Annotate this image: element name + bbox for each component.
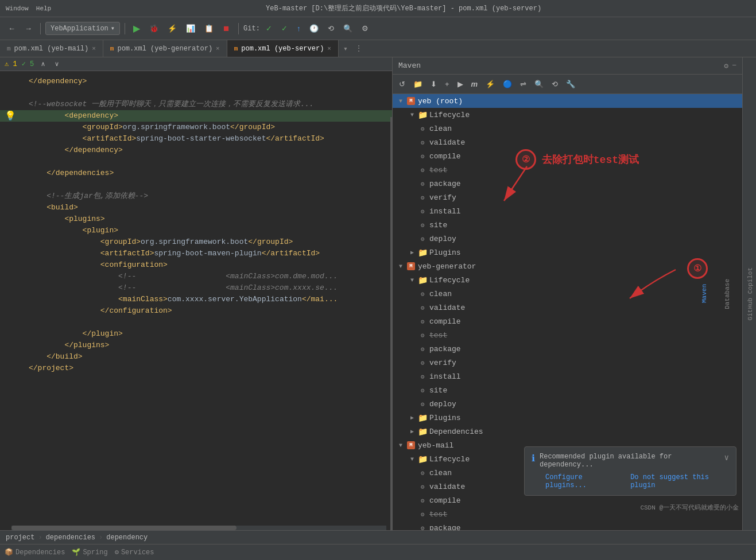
maven-add-btn[interactable]: + [442,78,452,90]
app-selector[interactable]: YebApplication ▾ [45,22,120,35]
tree-item-lifecycle-1[interactable]: ▼ 📁 Lifecycle [393,108,742,122]
maven-panel-header: Maven ⚙ − [393,57,742,75]
tree-item-lifecycle-gen[interactable]: ▼ 📁 Lifecycle [393,273,742,287]
tree-item-install-1[interactable]: ⚙ install [393,204,742,218]
run-button[interactable]: ▶ [130,21,144,36]
maven-minimize-icon[interactable]: − [732,61,736,71]
breadcrumb-dependencies[interactable]: dependencies [46,534,95,542]
maven-refresh-btn[interactable]: ↺ [396,78,408,90]
tree-item-clean-1[interactable]: ⚙ clean [393,122,742,135]
forward-button[interactable]: → [21,22,36,35]
bottom-tab-services[interactable]: ⚙ Services [115,548,154,557]
maven-lightning-btn[interactable]: ⚡ [483,78,498,90]
goal-icon-verify-gen: ⚙ [418,358,427,367]
maven-cycle-btn[interactable]: 🔵 [500,78,515,90]
tab-close-gen[interactable]: × [216,45,220,52]
bottom-tab-spring[interactable]: 🌱 Spring [72,548,107,557]
tree-item-site-gen[interactable]: ⚙ site [393,383,742,397]
line-content: <plugins> [29,213,392,225]
maven-config-btn[interactable]: 🔧 [563,78,578,90]
window-menu[interactable]: Window Help [6,5,51,12]
maven-panel: Maven ⚙ − ↺ 📁 ⬇ + ▶ m ⚡ 🔵 ⇌ 🔍 ⟲ 🔧 ▼ [392,57,742,530]
git-checkmark-1[interactable]: ✓ [262,22,276,35]
maven-run-btn[interactable]: ▶ [455,78,466,90]
line-content: <configuration> [29,259,392,271]
tree-item-package-mail[interactable]: ⚙ package [393,521,742,530]
tree-item-deps-gen[interactable]: ▶ 📁 Dependencies [393,425,742,438]
tab-split-button[interactable]: ⋮ [355,44,363,53]
bottom-tab-dependencies[interactable]: 📦 Dependencies [5,548,65,557]
breadcrumb-dependency[interactable]: dependency [106,534,148,542]
maven-reset-btn[interactable]: ⟲ [549,78,561,90]
code-line: </project> [0,363,392,374]
spring-tab-icon: 🌱 [72,548,80,557]
git-push[interactable]: ↑ [293,22,304,35]
tree-item-clean-gen[interactable]: ⚙ clean [393,287,742,301]
tree-item-test-gen[interactable]: ⚙ test [393,328,742,342]
search-button[interactable]: 🔍 [340,22,356,35]
tree-item-test-1[interactable]: ⚙ test [393,163,742,177]
breadcrumb-sep-1: › [38,534,42,542]
maven-m-btn[interactable]: m [468,78,481,90]
spring-tab-label: Spring [83,549,107,557]
git-checkmark-2[interactable]: ✓ [278,22,291,35]
tree-item-validate-gen[interactable]: ⚙ validate [393,301,742,314]
tree-item-install-gen[interactable]: ⚙ install [393,370,742,383]
goal-icon-test-1: ⚙ [418,165,427,174]
tree-item-yeb-generator[interactable]: ▼ M yeb-generator [393,259,742,273]
database-tab[interactable]: Database [722,275,733,313]
line-number [0,328,29,340]
tree-item-compile-gen[interactable]: ⚙ compile [393,314,742,328]
next-issue[interactable]: ∨ [52,60,61,68]
build-button[interactable]: ⚡ [164,22,180,35]
maven-toggle-btn[interactable]: ⇌ [517,78,529,90]
horizontal-scrollbar[interactable] [11,526,386,530]
maven-settings-icon[interactable]: ⚙ [724,61,728,71]
back-button[interactable]: ← [5,22,19,35]
git-history[interactable]: 🕐 [306,22,322,35]
debug-button[interactable]: 🐞 [146,22,162,35]
tree-item-deploy-1[interactable]: ⚙ deploy [393,232,742,246]
prev-issue[interactable]: ∧ [38,60,48,68]
profile-button[interactable]: 📊 [183,22,199,35]
tab-yeb-server[interactable]: m pom.xml (yeb-server) × [227,40,339,57]
git-refresh[interactable]: ⟲ [324,22,338,35]
tree-item-validate-1[interactable]: ⚙ validate [393,135,742,149]
tab-icon-mail: m [7,45,11,52]
tree-item-plugins-gen[interactable]: ▶ 📁 Plugins [393,411,742,425]
tree-item-verify-gen[interactable]: ⚙ verify [393,356,742,370]
line-number [0,99,29,110]
github-copilot-tab[interactable]: GitHub Copilot [745,264,756,324]
tree-item-package-1[interactable]: ⚙ package [393,177,742,190]
tree-item-verify-1[interactable]: ⚙ verify [393,190,742,204]
configure-plugins-link[interactable]: Configure plugins... [545,473,621,489]
tab-close-server[interactable]: × [327,45,331,52]
tab-yeb-mail[interactable]: m pom.xml (yeb-mail) × [0,40,103,57]
goal-icon-package-gen: ⚙ [418,344,427,353]
tree-item-yeb-root[interactable]: ▼ M yeb (root) [393,94,742,108]
tree-item-site-1[interactable]: ⚙ site [393,218,742,232]
coverage-button[interactable]: 📋 [201,22,217,35]
breadcrumb-project[interactable]: project [6,534,34,542]
tree-item-compile-1[interactable]: ⚙ compile [393,149,742,163]
notification-close-button[interactable]: ∨ [724,453,729,462]
stop-button[interactable]: ⏹ [219,22,234,35]
code-editor[interactable]: 💡 </dependency> <!--websocket 一般用于即时聊天，只… [0,71,392,530]
tab-yeb-generator[interactable]: m pom.xml (yeb-generator) × [103,40,227,57]
line-number [0,351,29,363]
dont-suggest-link[interactable]: Do not suggest this plugin [630,473,729,489]
line-content: <!-- <mainClass>com.xxxx.se... [29,282,392,294]
tab-overflow-button[interactable]: ▾ [339,44,352,53]
maven-folder-btn[interactable]: 📁 [410,78,425,90]
maven-side-tab[interactable]: Maven [699,281,710,306]
tree-item-deploy-gen[interactable]: ⚙ deploy [393,397,742,411]
tree-item-package-gen[interactable]: ⚙ package [393,342,742,356]
tab-close-mail[interactable]: × [92,45,96,52]
maven-search-btn[interactable]: 🔍 [532,78,546,90]
tree-arrow-lifecycle-1: ▼ [409,112,416,118]
line-content: <mainClass>com.xxxx.server.YebApplicatio… [29,294,392,305]
tree-item-plugins-1[interactable]: ▶ 📁 Plugins [393,246,742,259]
line-content: </dependency> [29,145,392,156]
settings-button[interactable]: ⚙ [358,22,372,35]
maven-download-btn[interactable]: ⬇ [428,78,440,90]
